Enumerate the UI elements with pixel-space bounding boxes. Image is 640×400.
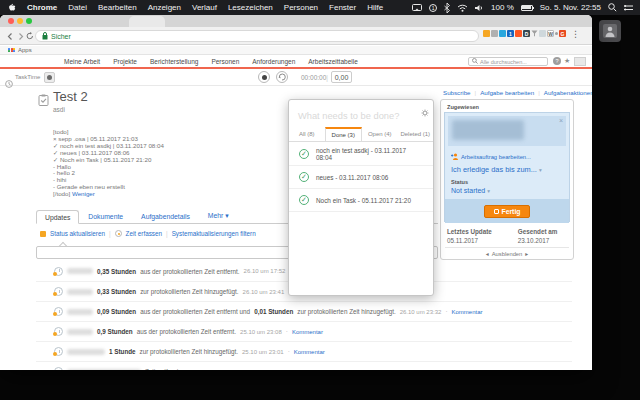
menubar-item-anzeigen[interactable]: Anzeigen (148, 3, 181, 12)
extension-icon[interactable] (515, 30, 522, 37)
extension-icon[interactable] (539, 30, 546, 37)
help-button[interactable]: ? (553, 57, 561, 65)
tab-all[interactable]: All (8) (289, 127, 325, 141)
tab-aufgabendetails[interactable]: Aufgabendetails (132, 210, 199, 223)
feed-date: 26.10 um 23:41 (243, 289, 285, 295)
tab-mehr[interactable]: Mehr ▾ (199, 209, 238, 223)
hide-panel-button[interactable]: ◂ Ausblenden ▸ (441, 248, 573, 260)
task-description: [todo] × sepp .osa | 05.11.2017 21:03 ✓ … (53, 129, 164, 198)
todo-item[interactable]: ✓ noch ein test asdkj - 03.11.2017 08:04 (289, 143, 433, 166)
tab-dokumente[interactable]: Dokumente (79, 210, 132, 223)
close-button[interactable] (8, 18, 14, 24)
nav-projekte[interactable]: Projekte (113, 58, 137, 65)
browser-menu-button[interactable]: ⋮ (571, 29, 580, 39)
extension-icon[interactable]: W (547, 30, 554, 37)
extension-icon[interactable]: D (523, 30, 530, 37)
task-actions-dropdown[interactable]: Aufgabenaktionen ▾ (544, 89, 592, 96)
forward-button[interactable] (15, 31, 25, 41)
extension-icon[interactable] (483, 30, 490, 37)
apps-bookmark[interactable]: Apps (18, 47, 32, 53)
timer-amount[interactable]: 0,00 (331, 71, 352, 83)
extension-icon[interactable]: 1 (507, 30, 514, 37)
profile-thumbnail[interactable] (574, 57, 586, 66)
track-time-link[interactable]: Zeit erfassen (126, 230, 162, 237)
tasktime-label: TaskTime (15, 74, 40, 80)
status-update-link[interactable]: Status aktualisieren (50, 230, 105, 237)
edit-assignment-link[interactable]: Arbeitsauftrag bearbeiten... (451, 153, 531, 161)
status-circle-icon[interactable]: 1 (429, 4, 437, 12)
notification-center-icon[interactable] (624, 4, 633, 12)
nav-anforderungen[interactable]: Anforderungen (252, 58, 295, 65)
tab-done[interactable]: Done (3) (325, 127, 363, 141)
comment-link[interactable]: Kommentar (236, 369, 267, 371)
tab-updates[interactable]: Updates (36, 210, 79, 224)
menubar-item-personen[interactable]: Personen (284, 3, 318, 12)
extension-icon[interactable] (555, 32, 558, 35)
menubar-app-name[interactable]: Chrome (27, 3, 57, 12)
gear-icon[interactable] (421, 103, 429, 121)
undo-time-button[interactable] (276, 71, 288, 83)
record-time-button[interactable] (258, 71, 270, 83)
edit-task-link[interactable]: Aufgabe bearbeiten (480, 89, 534, 96)
separator: | (109, 230, 111, 237)
display-mirroring-icon[interactable] (412, 4, 422, 12)
nav-meine-arbeit[interactable]: Meine Arbeit (64, 58, 100, 65)
volume-icon[interactable] (475, 4, 484, 12)
apple-icon[interactable] (7, 2, 16, 14)
check-icon[interactable]: ✓ (299, 149, 309, 159)
nav-arbeitszeittabelle[interactable]: Arbeitszeittabelle (308, 58, 358, 65)
menubar-item-datei[interactable]: Datei (68, 3, 87, 12)
minimize-button[interactable] (17, 18, 23, 24)
menubar-item-hilfe[interactable]: Hilfe (367, 3, 383, 12)
back-button[interactable] (5, 31, 15, 41)
arrow-left-icon: ◂ (486, 251, 489, 257)
due-date-link[interactable]: Ich erledige das bis zum... ▾ (451, 165, 542, 174)
menubar-item-lesezeichen[interactable]: Lesezeichen (228, 3, 273, 12)
user-avatar[interactable] (599, 20, 621, 42)
status-dropdown[interactable]: Not started ▾ (451, 187, 490, 194)
extension-icon[interactable] (491, 30, 498, 37)
extensions-row: 1 D W G (483, 30, 566, 37)
show-less-link[interactable]: Weniger (72, 190, 95, 197)
filter-updates-link[interactable]: Systemaktualisierungen filtern (172, 230, 256, 237)
menubar-clock[interactable]: So. 5. Nov. 22:55 (540, 3, 601, 12)
nav-personen[interactable]: Personen (211, 58, 239, 65)
star-icon[interactable]: ★ (564, 57, 570, 65)
check-icon[interactable]: ✓ (299, 195, 309, 205)
done-button[interactable]: Fertig (484, 205, 530, 218)
feed-row: 0,09 Stundenaus der protokollierten Zeit… (36, 301, 572, 321)
bluetooth-icon[interactable] (444, 3, 450, 13)
menubar-item-verlauf[interactable]: Verlauf (192, 3, 217, 12)
wifi-icon[interactable] (457, 4, 468, 12)
nav-berichterstellung[interactable]: Berichterstellung (150, 58, 198, 65)
tab-open[interactable]: Open (4) (362, 127, 398, 141)
spotlight-icon[interactable] (608, 3, 617, 12)
time-log-icon (54, 367, 63, 370)
comment-link[interactable]: Kommentar (452, 309, 483, 315)
todo-item[interactable]: ✓ neues - 03.11.2017 08:06 (289, 166, 433, 189)
zoom-button[interactable] (26, 18, 32, 24)
comment-link[interactable]: Kommentar (292, 329, 323, 335)
address-bar[interactable]: Sicher (35, 30, 479, 42)
extension-icon[interactable] (499, 30, 506, 37)
subscribe-link[interactable]: Subscribe (443, 89, 471, 96)
sent-value: 23.10.2017 (518, 237, 550, 244)
filter-extension-icon[interactable] (531, 30, 538, 37)
reload-button[interactable] (25, 31, 35, 41)
active-tab[interactable] (129, 16, 165, 27)
tasktime-settings-button[interactable] (44, 72, 55, 83)
search-input[interactable]: Alle durchsuchen... (468, 57, 548, 66)
separator: · (288, 348, 290, 355)
menubar-item-fenster[interactable]: Fenster (329, 3, 356, 12)
task-icon (38, 92, 49, 110)
extension-icon[interactable]: G (559, 30, 566, 37)
todo-item[interactable]: ✓ Noch ein Task - 05.11.2017 21:20 (289, 189, 433, 212)
remove-assignee-icon[interactable]: × (559, 117, 563, 124)
tab-deleted[interactable]: Deleted (1) (398, 127, 434, 141)
check-icon[interactable]: ✓ (299, 172, 309, 182)
todo-input-placeholder[interactable]: What needs to be done? (298, 111, 399, 121)
menubar-item-bearbeiten[interactable]: Bearbeiten (98, 3, 137, 12)
redacted-username (67, 289, 93, 295)
comment-link[interactable]: Kommentar (294, 349, 325, 355)
time-log-icon (54, 287, 63, 296)
